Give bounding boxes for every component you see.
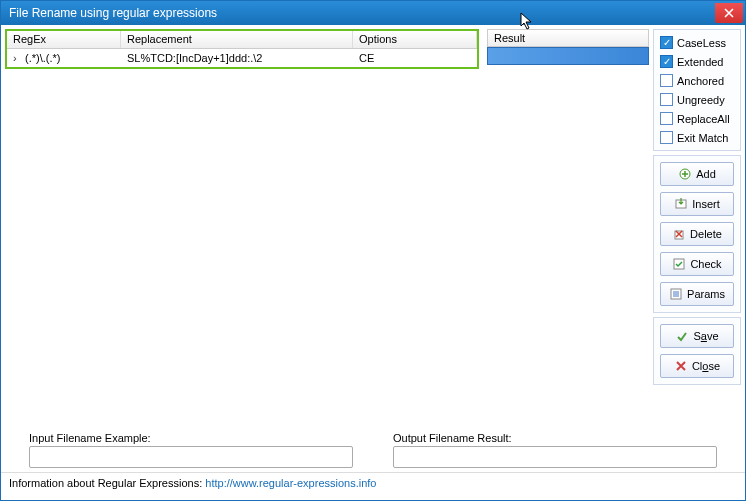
checkbox-icon	[660, 74, 673, 87]
table-header: RegEx Replacement Options	[7, 31, 477, 49]
params-button[interactable]: Params	[660, 282, 734, 306]
action-buttons: Add Insert Delete Check Params	[653, 155, 741, 313]
col-options: Options	[353, 31, 477, 48]
checkbox-anchored[interactable]: Anchored	[660, 74, 734, 87]
result-header: Result	[487, 29, 649, 47]
input-filename-field[interactable]	[29, 446, 353, 468]
add-icon	[678, 167, 692, 181]
checkbox-ungreedy[interactable]: Ungreedy	[660, 93, 734, 106]
filename-example-group: Input Filename Example: Output Filename …	[1, 426, 745, 472]
footer: Information about Regular Expressions: h…	[1, 472, 745, 495]
delete-icon	[672, 227, 686, 241]
checkbox-icon	[660, 36, 673, 49]
cell-regex: (.*)\.(.*)	[19, 51, 121, 65]
result-pane: Result	[487, 29, 649, 69]
save-icon	[675, 329, 689, 343]
titlebar: File Rename using regular expressions	[1, 1, 745, 25]
checkbox-icon	[660, 93, 673, 106]
checkbox-icon	[660, 55, 673, 68]
check-button[interactable]: Check	[660, 252, 734, 276]
col-replacement: Replacement	[121, 31, 353, 48]
close-icon	[724, 8, 734, 18]
insert-icon	[674, 197, 688, 211]
checkbox-caseless[interactable]: CaseLess	[660, 36, 734, 49]
window-title: File Rename using regular expressions	[9, 6, 715, 20]
table-row[interactable]: › (.*)\.(.*) SL%TCD:[IncDay+1]ddd:.\2 CE	[7, 49, 477, 67]
cell-replacement: SL%TCD:[IncDay+1]ddd:.\2	[121, 51, 353, 65]
delete-button[interactable]: Delete	[660, 222, 734, 246]
footer-link[interactable]: http://www.regular-expressions.info	[205, 477, 376, 489]
cell-options: CE	[353, 51, 477, 65]
checkbox-icon	[660, 112, 673, 125]
checkbox-exitmatch[interactable]: Exit Match	[660, 131, 734, 144]
check-icon	[672, 257, 686, 271]
checkbox-replaceall[interactable]: ReplaceAll	[660, 112, 734, 125]
close-button[interactable]: Close	[660, 354, 734, 378]
output-filename-field[interactable]	[393, 446, 717, 468]
save-button[interactable]: Save	[660, 324, 734, 348]
col-regex: RegEx	[7, 31, 121, 48]
close-icon	[674, 359, 688, 373]
close-window-button[interactable]	[715, 3, 743, 23]
checkbox-extended[interactable]: Extended	[660, 55, 734, 68]
footer-text: Information about Regular Expressions:	[9, 477, 205, 489]
regex-table[interactable]: RegEx Replacement Options › (.*)\.(.*) S…	[5, 29, 479, 69]
checkbox-icon	[660, 131, 673, 144]
add-button[interactable]: Add	[660, 162, 734, 186]
input-filename-label: Input Filename Example:	[29, 432, 353, 444]
result-selection[interactable]	[487, 47, 649, 65]
params-icon	[669, 287, 683, 301]
insert-button[interactable]: Insert	[660, 192, 734, 216]
options-group: CaseLess Extended Anchored Ungreedy Repl…	[653, 29, 741, 151]
dialog-buttons: Save Close	[653, 317, 741, 385]
row-selector-icon: ›	[7, 51, 19, 65]
output-filename-label: Output Filename Result:	[393, 432, 717, 444]
